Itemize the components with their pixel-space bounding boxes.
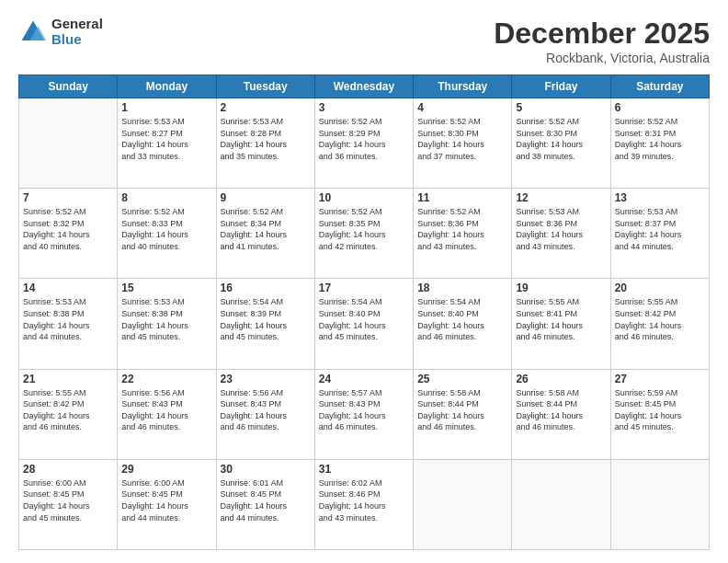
table-row [414,459,512,549]
calendar-week-row: 14Sunrise: 5:53 AM Sunset: 8:38 PM Dayli… [19,279,710,369]
day-info: Sunrise: 5:52 AM Sunset: 8:31 PM Dayligh… [615,116,705,162]
day-number: 16 [221,282,311,294]
logo-blue-text: Blue [51,32,103,48]
table-row: 14Sunrise: 5:53 AM Sunset: 8:38 PM Dayli… [19,279,118,369]
day-number: 19 [516,282,606,294]
col-sunday: Sunday [19,75,118,98]
day-number: 17 [319,282,409,294]
table-row: 17Sunrise: 5:54 AM Sunset: 8:40 PM Dayli… [314,279,413,369]
day-info: Sunrise: 6:01 AM Sunset: 8:45 PM Dayligh… [221,477,311,523]
day-number: 26 [516,373,606,385]
day-number: 4 [417,101,507,114]
table-row: 18Sunrise: 5:54 AM Sunset: 8:40 PM Dayli… [414,279,512,369]
day-info: Sunrise: 5:54 AM Sunset: 8:39 PM Dayligh… [221,296,311,342]
day-number: 10 [319,191,409,204]
day-info: Sunrise: 5:57 AM Sunset: 8:43 PM Dayligh… [319,387,409,433]
day-info: Sunrise: 5:54 AM Sunset: 8:40 PM Dayligh… [417,296,507,342]
table-row: 19Sunrise: 5:55 AM Sunset: 8:41 PM Dayli… [512,279,610,369]
calendar-week-row: 28Sunrise: 6:00 AM Sunset: 8:45 PM Dayli… [19,459,710,549]
day-number: 20 [615,282,705,294]
logo-general-text: General [51,17,103,32]
table-row: 6Sunrise: 5:52 AM Sunset: 8:31 PM Daylig… [610,98,709,189]
day-info: Sunrise: 5:55 AM Sunset: 8:42 PM Dayligh… [615,296,705,342]
table-row: 27Sunrise: 5:59 AM Sunset: 8:45 PM Dayli… [610,369,709,459]
table-row: 11Sunrise: 5:52 AM Sunset: 8:36 PM Dayli… [414,189,512,279]
table-row: 9Sunrise: 5:52 AM Sunset: 8:34 PM Daylig… [216,189,314,279]
day-info: Sunrise: 5:52 AM Sunset: 8:32 PM Dayligh… [23,206,113,252]
table-row: 15Sunrise: 5:53 AM Sunset: 8:38 PM Dayli… [118,279,216,369]
day-number: 14 [23,282,113,294]
page: General Blue December 2025 Rockbank, Vic… [0,0,728,563]
table-row: 10Sunrise: 5:52 AM Sunset: 8:35 PM Dayli… [314,189,413,279]
day-info: Sunrise: 5:52 AM Sunset: 8:30 PM Dayligh… [417,116,507,162]
calendar-header-row: Sunday Monday Tuesday Wednesday Thursday… [19,75,710,98]
day-number: 8 [121,191,211,204]
table-row: 24Sunrise: 5:57 AM Sunset: 8:43 PM Dayli… [314,369,413,459]
month-title: December 2025 [494,17,710,51]
day-number: 7 [23,191,113,204]
col-saturday: Saturday [610,75,709,98]
table-row: 21Sunrise: 5:55 AM Sunset: 8:42 PM Dayli… [19,369,118,459]
day-number: 5 [516,101,606,114]
day-info: Sunrise: 5:55 AM Sunset: 8:42 PM Dayligh… [23,387,113,433]
table-row: 16Sunrise: 5:54 AM Sunset: 8:39 PM Dayli… [216,279,314,369]
day-info: Sunrise: 5:53 AM Sunset: 8:38 PM Dayligh… [23,296,113,342]
day-number: 22 [121,373,211,385]
day-info: Sunrise: 5:52 AM Sunset: 8:29 PM Dayligh… [319,116,409,162]
table-row: 31Sunrise: 6:02 AM Sunset: 8:46 PM Dayli… [314,459,413,549]
calendar-week-row: 1Sunrise: 5:53 AM Sunset: 8:27 PM Daylig… [19,98,710,189]
table-row [610,459,709,549]
table-row: 22Sunrise: 5:56 AM Sunset: 8:43 PM Dayli… [118,369,216,459]
table-row: 30Sunrise: 6:01 AM Sunset: 8:45 PM Dayli… [216,459,314,549]
table-row: 8Sunrise: 5:52 AM Sunset: 8:33 PM Daylig… [118,189,216,279]
table-row: 7Sunrise: 5:52 AM Sunset: 8:32 PM Daylig… [19,189,118,279]
table-row: 29Sunrise: 6:00 AM Sunset: 8:45 PM Dayli… [118,459,216,549]
table-row: 1Sunrise: 5:53 AM Sunset: 8:27 PM Daylig… [118,98,216,189]
day-info: Sunrise: 5:54 AM Sunset: 8:40 PM Dayligh… [319,296,409,342]
title-block: December 2025 Rockbank, Victoria, Austra… [494,17,710,65]
col-friday: Friday [512,75,610,98]
day-number: 31 [319,463,409,476]
day-number: 3 [319,101,409,114]
table-row: 12Sunrise: 5:53 AM Sunset: 8:36 PM Dayli… [512,189,610,279]
day-info: Sunrise: 5:53 AM Sunset: 8:36 PM Dayligh… [516,206,606,252]
day-info: Sunrise: 5:55 AM Sunset: 8:41 PM Dayligh… [516,296,606,342]
day-info: Sunrise: 5:59 AM Sunset: 8:45 PM Dayligh… [615,387,705,433]
day-info: Sunrise: 5:53 AM Sunset: 8:28 PM Dayligh… [221,116,311,162]
day-number: 13 [615,191,705,204]
table-row: 23Sunrise: 5:56 AM Sunset: 8:43 PM Dayli… [216,369,314,459]
day-info: Sunrise: 5:53 AM Sunset: 8:27 PM Dayligh… [121,116,211,162]
day-info: Sunrise: 5:56 AM Sunset: 8:43 PM Dayligh… [121,387,211,433]
table-row: 2Sunrise: 5:53 AM Sunset: 8:28 PM Daylig… [216,98,314,189]
day-number: 6 [615,101,705,114]
day-number: 11 [417,191,507,204]
day-info: Sunrise: 5:52 AM Sunset: 8:33 PM Dayligh… [121,206,211,252]
table-row: 28Sunrise: 6:00 AM Sunset: 8:45 PM Dayli… [19,459,118,549]
day-number: 15 [121,282,211,294]
day-number: 21 [23,373,113,385]
col-thursday: Thursday [414,75,512,98]
day-number: 25 [417,373,507,385]
table-row: 3Sunrise: 5:52 AM Sunset: 8:29 PM Daylig… [314,98,413,189]
day-number: 24 [319,373,409,385]
calendar-table: Sunday Monday Tuesday Wednesday Thursday… [18,75,710,550]
day-number: 12 [516,191,606,204]
table-row: 5Sunrise: 5:52 AM Sunset: 8:30 PM Daylig… [512,98,610,189]
day-number: 27 [615,373,705,385]
table-row [512,459,610,549]
day-info: Sunrise: 5:56 AM Sunset: 8:43 PM Dayligh… [221,387,311,433]
day-number: 18 [417,282,507,294]
table-row [19,98,118,189]
col-tuesday: Tuesday [216,75,314,98]
header: General Blue December 2025 Rockbank, Vic… [18,17,710,65]
day-info: Sunrise: 5:53 AM Sunset: 8:38 PM Dayligh… [121,296,211,342]
day-number: 1 [121,101,211,114]
day-info: Sunrise: 6:02 AM Sunset: 8:46 PM Dayligh… [319,477,409,523]
day-info: Sunrise: 5:53 AM Sunset: 8:37 PM Dayligh… [615,206,705,252]
day-info: Sunrise: 5:52 AM Sunset: 8:34 PM Dayligh… [221,206,311,252]
logo-text: General Blue [51,17,103,47]
col-monday: Monday [118,75,216,98]
day-number: 29 [121,463,211,476]
day-info: Sunrise: 6:00 AM Sunset: 8:45 PM Dayligh… [23,477,113,523]
table-row: 13Sunrise: 5:53 AM Sunset: 8:37 PM Dayli… [610,189,709,279]
